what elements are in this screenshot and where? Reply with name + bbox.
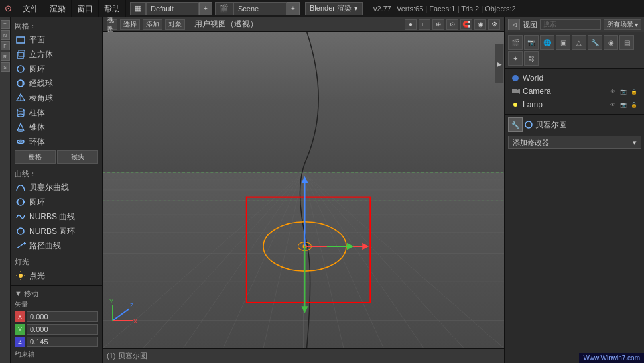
nurbs-circle[interactable]: NURBS 圆环	[11, 224, 102, 238]
blender-logo[interactable]: ⊙	[0, 0, 17, 17]
plane-label: 平面	[29, 34, 45, 46]
rt-camera-icon[interactable]: 🎬	[508, 35, 523, 50]
left-panel-content: T N F R S 网格： 平面 立方体	[0, 17, 102, 363]
light-section-label: 灯光	[11, 256, 102, 268]
viewport-shading-btn[interactable]: □	[419, 19, 430, 30]
stats-detail: Verts:65 | Faces:1 | Tris:2 | Objects:2	[397, 5, 516, 13]
add-modifier-dropdown[interactable]: 添加修改器 ▾	[508, 136, 641, 149]
x-value[interactable]: 0.000	[27, 311, 98, 322]
rt-modifier-icon[interactable]: 🔧	[588, 35, 602, 50]
z-label: Z	[15, 337, 25, 347]
scene-filter-dropdown[interactable]: 所有场景 ▾	[604, 19, 641, 30]
view-menu-btn[interactable]: 视图	[107, 19, 117, 30]
light-icon	[15, 270, 27, 282]
viewport-options-btn[interactable]: ⚙	[488, 19, 500, 30]
rt-constraint-icon[interactable]: ⛓	[524, 51, 539, 66]
axis-indicator: Z X Y	[109, 295, 143, 329]
nurbs-curve[interactable]: NURBS 曲线	[11, 209, 102, 224]
mesh-plane[interactable]: 平面	[11, 32, 102, 47]
layout-name-field[interactable]: Default	[146, 2, 199, 15]
scene-editor-selector[interactable]: 🎬	[215, 2, 233, 15]
editor-type-selector[interactable]: ▦	[130, 2, 146, 15]
monkey-btn[interactable]: 猴头	[57, 150, 98, 164]
scene-search[interactable]: 搜索	[540, 19, 601, 30]
side-icon-4[interactable]: R	[1, 52, 10, 61]
viewport-proportional-btn[interactable]: ◉	[474, 19, 486, 30]
camera-eye-btn[interactable]: 👁	[608, 87, 617, 96]
curve-circle[interactable]: 圆环	[11, 195, 102, 209]
svg-marker-70	[517, 89, 520, 94]
menu-window[interactable]: 窗口	[72, 0, 99, 17]
camera-render-btn[interactable]: 📷	[619, 87, 628, 96]
side-icon-5[interactable]: S	[1, 62, 10, 72]
svg-rect-27	[103, 32, 504, 172]
side-icon-2[interactable]: N	[1, 30, 10, 40]
z-value[interactable]: 0.145	[27, 337, 98, 347]
grid-btn[interactable]: 栅格	[15, 150, 56, 164]
rt-texture-icon[interactable]: ▤	[619, 35, 634, 50]
world-label: World	[523, 74, 639, 83]
lamp-lock-btn[interactable]: 🔒	[629, 100, 639, 109]
icosphere-icon	[15, 92, 27, 104]
light-point[interactable]: 点光	[11, 268, 102, 283]
viewport-snap-btn[interactable]: 🧲	[460, 19, 472, 30]
viewport-mode-btn[interactable]: ●	[405, 19, 417, 30]
rt-render-icon[interactable]: 📷	[524, 35, 539, 50]
rt-object-icon[interactable]: ▣	[556, 35, 570, 50]
mesh-cube[interactable]: 立方体	[11, 47, 102, 62]
mesh-uvsphere[interactable]: 经线球	[11, 76, 102, 91]
menu-help[interactable]: 帮助	[99, 0, 126, 17]
nurbs-circle-label: NURBS 圆环	[29, 226, 75, 237]
side-icon-1[interactable]: T	[1, 20, 10, 29]
camera-lock-btn[interactable]: 🔒	[629, 87, 639, 96]
scene-panel-btn[interactable]: ◁	[508, 19, 520, 30]
scene-name-field[interactable]: Scene	[233, 2, 287, 15]
rt-material-icon[interactable]: ◉	[604, 35, 618, 50]
tree-world[interactable]: World	[508, 72, 641, 85]
grid-canvas: Z X Y	[103, 32, 504, 348]
add-layout-btn[interactable]: +	[199, 2, 212, 15]
rt-particle-icon[interactable]: ✦	[508, 51, 523, 66]
curve-section-label: 曲线：	[11, 168, 102, 180]
svg-line-20	[17, 243, 25, 248]
vector-label: 矢量	[15, 300, 98, 309]
cylinder-icon	[15, 107, 27, 119]
cone-label: 锥体	[29, 122, 45, 133]
bezier-label: 贝塞尔曲线	[29, 182, 69, 193]
add-scene-btn[interactable]: +	[287, 2, 300, 15]
viewport-overlay-btn[interactable]: ⊕	[432, 19, 444, 30]
n-panel-toggle[interactable]: ▶	[495, 44, 504, 83]
prop-icon-wrench[interactable]: 🔧	[508, 117, 523, 132]
viewport-title: 用户视图（透视）	[194, 19, 258, 30]
object-menu-btn[interactable]: 对象	[165, 19, 185, 30]
select-menu-btn[interactable]: 选择	[120, 19, 140, 30]
menu-render[interactable]: 渲染	[44, 0, 72, 17]
tree-lamp[interactable]: Lamp 👁 📷 🔒	[508, 98, 641, 111]
3d-viewport[interactable]: 视图 选择 添加 对象 用户视图（透视） ● □ ⊕ ⊙ 🧲 ◉ ⚙	[103, 17, 505, 363]
mesh-torus[interactable]: 环体	[11, 134, 102, 149]
lamp-render-btn[interactable]: 📷	[619, 100, 628, 109]
tree-camera[interactable]: Camera 👁 📷 🔒	[508, 85, 641, 98]
dropdown-arrow: ▾	[635, 21, 638, 28]
nurbs-curve-label: NURBS 曲线	[29, 211, 75, 223]
mesh-cone[interactable]: 锥体	[11, 120, 102, 134]
y-value[interactable]: 0.000	[27, 324, 98, 335]
z-prop-row: Z 0.145	[15, 336, 98, 348]
path-curve[interactable]: 路径曲线	[11, 238, 102, 253]
rt-mesh-icon[interactable]: △	[572, 35, 586, 50]
lamp-eye-btn[interactable]: 👁	[608, 100, 617, 109]
mesh-cylinder[interactable]: 柱体	[11, 105, 102, 120]
side-icon-3[interactable]: F	[1, 41, 10, 50]
add-menu-btn[interactable]: 添加	[143, 19, 162, 30]
rt-world-icon[interactable]: 🌐	[540, 35, 554, 50]
mesh-icosphere[interactable]: 棱角球	[11, 91, 102, 105]
view-label: 视图	[523, 20, 537, 30]
top-menu-bar: ⊙ 文件 渲染 窗口 帮助 ▦ Default + 🎬 Scene + Blen…	[0, 0, 644, 17]
engine-selector[interactable]: Blender 渲染 ▾	[305, 2, 363, 15]
icosphere-label: 棱角球	[29, 93, 53, 104]
mesh-circle[interactable]: 圆环	[11, 62, 102, 76]
viewport-pivot-btn[interactable]: ⊙	[446, 19, 458, 30]
curve-bezier[interactable]: 贝塞尔曲线	[11, 180, 102, 195]
main-layout: T N F R S 网格： 平面 立方体	[0, 17, 644, 363]
menu-file[interactable]: 文件	[17, 0, 44, 17]
